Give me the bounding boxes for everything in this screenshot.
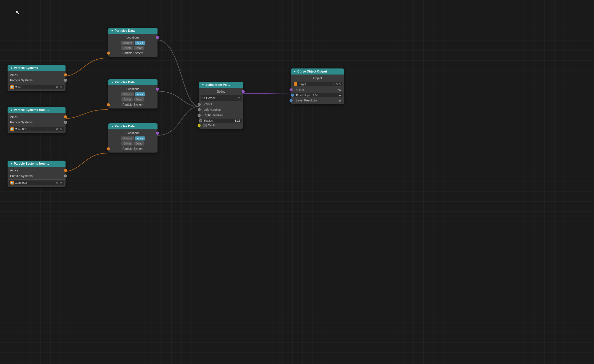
dead-btn-pd2[interactable]: Dead: [134, 97, 144, 101]
bevel-resolution-socket[interactable]: [290, 99, 293, 102]
node-header-pd2: ▼ Particles Data: [108, 79, 158, 85]
alive-btn-pd3[interactable]: Alive: [135, 136, 145, 140]
radius-row[interactable]: Radius: 3.22: [201, 119, 242, 123]
spline-input-row-coo: Spline ? ▶: [291, 87, 344, 93]
particle-system-socket-pd3[interactable]: [107, 147, 110, 150]
edit-target-btn[interactable]: ✎: [339, 83, 341, 86]
cyclic-checkbox[interactable]: [203, 124, 207, 127]
particle-system-socket-pd1[interactable]: [107, 52, 110, 55]
particles-data-node-2: ▼ Particles Data Locations Unborn Alive …: [108, 79, 158, 108]
locations-socket-pd2[interactable]: [156, 88, 159, 91]
clear-btn-ps3[interactable]: ✕: [55, 181, 58, 185]
locations-socket-pd3[interactable]: [156, 132, 159, 135]
unborn-btn-pd3[interactable]: Unborn: [121, 136, 134, 140]
edit-btn-ps3[interactable]: ✎: [59, 181, 63, 185]
points-row: Points: [199, 101, 243, 107]
node-header-pd1: ▼ Particles Data: [108, 28, 158, 34]
clear-btn-ps2[interactable]: ✕: [55, 128, 58, 131]
node-title-pd3: Particles Data: [115, 125, 135, 128]
alive-btn-pd1[interactable]: Alive: [135, 41, 145, 45]
particle-system-socket-pd2[interactable]: [107, 103, 110, 106]
particle-systems-label-ps1: Particle Systems: [10, 79, 33, 82]
object-input-ps2[interactable]: 🧊 Cube.001 ✕ ✎: [9, 127, 64, 131]
radius-socket[interactable]: [199, 119, 202, 122]
dying-btn-pd2[interactable]: Dying: [121, 97, 133, 101]
node-title-pd1: Particles Data: [115, 29, 135, 32]
alive-btn-pd2[interactable]: Alive: [135, 92, 145, 96]
node-header-sfp: ▼ Spline from Poi...: [199, 82, 243, 88]
active-row-ps1: Active: [8, 72, 66, 78]
spline-input-socket-coo[interactable]: [290, 88, 293, 91]
arrow-icon-pd3: ▼: [111, 125, 113, 128]
locations-socket-pd1[interactable]: [156, 36, 159, 39]
node-title-ps3: Particle Systems from ...: [14, 162, 49, 165]
right-handles-socket[interactable]: [198, 114, 201, 117]
object-name-ps1: Cube: [15, 86, 54, 89]
add-target-btn[interactable]: ⊕: [336, 83, 338, 86]
node-title-ps1: Particle Systems: [14, 66, 38, 70]
toggle-row-unborn-pd2: Unborn Alive: [108, 92, 158, 97]
object-label-coo: Object: [313, 77, 322, 80]
arrow-icon-coo: ▼: [294, 70, 296, 73]
particle-systems-node-1: ▼ Particle Systems Active Particle Syste…: [8, 65, 66, 91]
particle-system-label-pd1: Particle System: [122, 51, 143, 55]
dead-btn-pd3[interactable]: Dead: [134, 141, 144, 145]
unborn-btn-pd1[interactable]: Unborn: [121, 41, 134, 45]
arrow-icon-sfp: ▼: [202, 84, 204, 86]
clear-target-btn[interactable]: ✕: [332, 83, 335, 86]
locations-label-pd3: Locations: [127, 131, 139, 135]
edit-btn-ps2[interactable]: ✎: [59, 128, 63, 131]
bevel-resolution-label: Bevel Resolution: [294, 99, 318, 102]
spline-output-row: Spline: [199, 89, 243, 94]
object-name-ps3: Cube.002: [15, 181, 54, 184]
bevel-depth-socket[interactable]: [291, 94, 294, 97]
clear-btn-ps1[interactable]: ✕: [55, 86, 58, 89]
object-input-ps3[interactable]: 🧊 Cube.002 ✕ ✎: [9, 180, 64, 185]
particle-systems-label-ps2: Particle Systems: [10, 121, 33, 124]
bevel-depth-label: Bevel Depth: 1.50: [294, 94, 338, 97]
particle-systems-socket-ps3[interactable]: [64, 174, 67, 177]
active-socket-ps3[interactable]: [64, 169, 67, 172]
active-socket-ps2[interactable]: [64, 115, 67, 118]
active-row-ps3: Active: [8, 168, 66, 173]
locations-row-pd1: Locations: [108, 35, 158, 40]
particle-systems-node-3: ▼ Particle Systems from ... Active Parti…: [8, 161, 66, 187]
particles-data-node-1: ▼ Particles Data Locations Unborn Alive …: [108, 28, 158, 57]
particle-systems-socket-ps2[interactable]: [64, 121, 67, 124]
node-title-pd2: Particles Data: [115, 81, 135, 84]
left-handles-label: Left Handles: [202, 108, 221, 112]
edit-btn-ps1[interactable]: ✎: [59, 86, 63, 89]
dying-btn-pd1[interactable]: Dying: [121, 46, 133, 50]
node-header-ps2: ▼ Particle Systems from ...: [8, 107, 66, 113]
active-socket-ps1[interactable]: [64, 73, 67, 76]
spline-input-label-coo: Spline: [294, 88, 304, 92]
target-row-coo[interactable]: Target ✕ ⊕ ✎: [293, 82, 342, 86]
bevel-depth-row[interactable]: Bevel Depth: 1.50 ▶: [293, 93, 342, 97]
dead-btn-pd1[interactable]: Dead: [134, 46, 144, 50]
spline-type-dropdown[interactable]: ↺ Bezier ▼: [201, 95, 242, 101]
locations-row-pd3: Locations: [108, 130, 158, 136]
particle-system-row-pd3: Particle System: [108, 146, 158, 152]
unborn-btn-pd2[interactable]: Unborn: [121, 92, 134, 96]
active-label-ps1: Active: [10, 73, 18, 77]
cyclic-socket[interactable]: [198, 124, 201, 127]
spline-from-points-node: ▼ Spline from Poi... Spline ↺ Bezier ▼ P…: [199, 82, 243, 129]
object-row-coo: Object: [291, 76, 344, 81]
node-title-coo: Curve Object Output: [297, 70, 327, 73]
points-socket[interactable]: [198, 103, 201, 106]
toggle-row-dying-pd1: Dying Dead: [108, 45, 158, 50]
dying-btn-pd3[interactable]: Dying: [121, 141, 133, 145]
spline-output-label: Spline: [217, 90, 225, 93]
right-handles-row: Right Handles: [199, 113, 243, 118]
left-handles-socket[interactable]: [198, 108, 201, 111]
active-label-ps2: Active: [10, 115, 18, 119]
toggle-row-dying-pd2: Dying Dead: [108, 97, 158, 102]
spline-output-socket[interactable]: [242, 90, 245, 93]
node-header-pd3: ▼ Particles Data: [108, 123, 158, 129]
curve-object-output-node: ▼ Curve Object Output Object Target ✕ ⊕ …: [291, 68, 344, 104]
cyclic-label: Cyclic: [208, 124, 216, 127]
particle-systems-socket-ps1[interactable]: [64, 79, 67, 82]
object-input-ps1[interactable]: 🧊 Cube ✕ ✎: [9, 85, 64, 89]
particle-system-row-pd2: Particle System: [108, 102, 158, 107]
locations-label-pd2: Locations: [127, 87, 139, 91]
